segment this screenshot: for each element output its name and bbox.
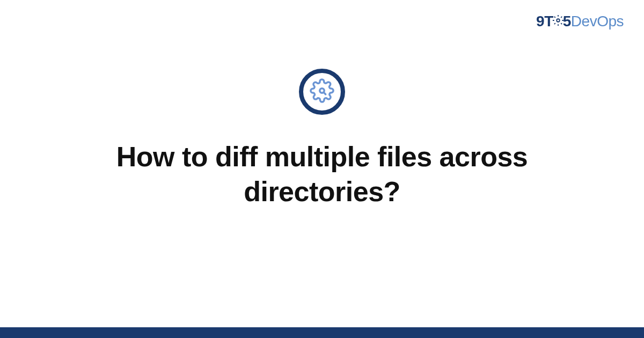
page-title: How to diff multiple files across direct… — [54, 139, 590, 209]
logo-text-ops: Ops — [597, 13, 624, 30]
gear-badge — [299, 69, 345, 115]
logo-text-dev: Dev — [571, 13, 597, 30]
gear-icon — [552, 13, 564, 30]
main-content: How to diff multiple files across direct… — [0, 69, 644, 209]
svg-point-0 — [557, 19, 560, 22]
logo-text-5: 5 — [563, 13, 571, 30]
site-logo: 9T 5DevOps — [536, 13, 624, 31]
footer-bar — [0, 327, 644, 338]
logo-text-9t: 9T — [536, 13, 553, 30]
gear-icon — [310, 78, 334, 105]
